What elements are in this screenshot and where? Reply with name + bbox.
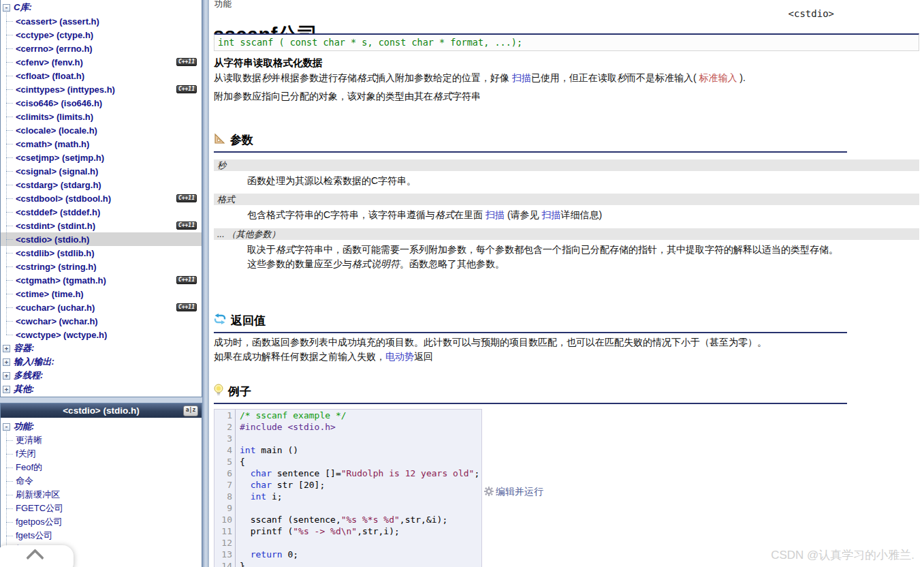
inline-link[interactable]: 电动势 — [385, 351, 414, 362]
code-example[interactable]: 1/* sscanf example */2#include <stdio.h>… — [214, 409, 482, 567]
tree-connector — [6, 307, 13, 308]
tree-connector — [6, 226, 13, 226]
function-item[interactable]: 更清晰 — [1, 433, 202, 447]
tree-group-collapsed[interactable]: +输入/输出: — [1, 355, 202, 369]
function-item[interactable]: f关闭 — [1, 447, 202, 461]
function-item[interactable]: Feof的 — [1, 461, 202, 474]
tree-group-label: 多线程: — [14, 369, 43, 382]
text-segment: return — [251, 549, 283, 560]
sidebar-header-item[interactable]: <cstdio> (stdio.h) — [1, 232, 202, 246]
tree-connector — [6, 198, 13, 199]
function-item[interactable]: fgets公司 — [1, 529, 202, 542]
sidebar-header-item[interactable]: <cfloat> (float.h) — [1, 69, 202, 82]
code-text: int main () — [236, 444, 298, 456]
tree-group-collapsed[interactable]: +多线程: — [1, 369, 202, 382]
sidebar-header-item[interactable]: <cstdarg> (stdarg.h) — [1, 178, 202, 191]
sidebar-header-item[interactable]: <cerrno> (errno.h) — [1, 42, 202, 55]
text-segment: 字符串中，函数可能需要一系列附加参数，每个参数都包含一个指向已分配存储的指针，其… — [295, 244, 838, 255]
tree-connector — [6, 117, 13, 117]
line-number: 6 — [214, 468, 236, 479]
tree-item-label: FGETC公司 — [16, 502, 63, 515]
sidebar-header-item[interactable]: <cstdbool> (stdbool.h)C++11 — [1, 191, 202, 205]
text-segment — [240, 549, 251, 560]
tree-root-functions[interactable]: -功能: — [1, 420, 202, 433]
text-segment: "%s %*s %d" — [341, 515, 400, 525]
text-segment: 格式 — [357, 72, 376, 83]
text-segment: 。函数忽略了其他参数。 — [400, 258, 505, 269]
watermark: CSDN @认真学习的小雅兰. — [771, 547, 914, 563]
sidebar-header-item[interactable]: <cfenv> (fenv.h)C++11 — [1, 55, 202, 69]
expand-box-icon[interactable]: + — [3, 358, 10, 366]
panel-divider[interactable] — [202, 0, 209, 567]
cpp11-badge: C++11 — [176, 276, 197, 284]
text-segment: int — [251, 491, 266, 502]
function-item[interactable]: 命令 — [1, 474, 202, 488]
sidebar-header-item[interactable]: <cctype> (ctype.h) — [1, 28, 202, 42]
sidebar-header-item[interactable]: <csignal> (signal.h) — [1, 164, 202, 178]
function-tagline: 从字符串读取格式化数据 — [214, 57, 323, 70]
sidebar-header-item[interactable]: <cstdint> (stdint.h)C++11 — [1, 219, 202, 232]
collapse-box-icon[interactable]: - — [3, 423, 10, 431]
tree-root-c-library[interactable]: -C库: — [1, 1, 202, 14]
tree-connector — [6, 130, 13, 131]
sidebar-header-item[interactable]: <cstring> (string.h) — [1, 260, 202, 273]
function-item[interactable]: FGETC公司 — [1, 502, 202, 515]
inline-link[interactable]: 扫描 — [485, 209, 505, 220]
tree-connector — [6, 89, 13, 90]
tree-connector — [6, 62, 13, 63]
text-segment — [240, 480, 251, 490]
param-definition-line: 这些参数的数量应至少与格式说明符。函数忽略了其他参数。 — [247, 257, 883, 271]
function-item[interactable]: fgetpos公司 — [1, 515, 202, 529]
text-segment: } — [240, 561, 245, 567]
sidebar-header-item[interactable]: <ciso646> (iso646.h) — [1, 96, 202, 110]
edit-and-run-link[interactable]: 编辑并运行 — [484, 486, 543, 498]
tree-item-label: <cstddef> (stddef.h) — [16, 207, 100, 217]
sidebar-header-item[interactable]: <ctgmath> (tgmath.h)C++11 — [1, 273, 202, 287]
cstdio-panel: <cstdio> (stdio.h) a|z -功能:更清晰f关闭Feof的命令… — [0, 403, 202, 567]
sidebar-header-item[interactable]: <csetjmp> (setjmp.h) — [1, 151, 202, 164]
param-definition: 取决于格式字符串中，函数可能需要一系列附加参数，每个参数都包含一个指向已分配存储… — [247, 243, 883, 271]
tree-connector — [6, 171, 13, 172]
cstdio-panel-header: <cstdio> (stdio.h) a|z — [1, 403, 202, 418]
cpp11-badge: C++11 — [176, 85, 197, 93]
tree-connector — [6, 185, 13, 185]
sidebar-header-item[interactable]: <cwctype> (wctype.h) — [1, 328, 202, 341]
tree-connector — [6, 266, 13, 267]
inline-link[interactable]: 扫描 — [512, 72, 531, 83]
sidebar-header-item[interactable]: <cmath> (math.h) — [1, 137, 202, 151]
sidebar-header-item[interactable]: <cstdlib> (stdlib.h) — [1, 246, 202, 260]
tree-group-collapsed[interactable]: +容器: — [1, 341, 202, 355]
inline-link[interactable]: 标准输入 — [699, 72, 737, 83]
sidebar-header-item[interactable]: <cuchar> (uchar.h)C++11 — [1, 301, 202, 314]
text-segment: 详细信息) — [560, 209, 602, 220]
tree-item-label: fgets公司 — [16, 530, 52, 542]
tree-item-label: <cstdio> (stdio.h) — [16, 234, 89, 245]
function-item[interactable]: 刷新缓冲区 — [1, 488, 202, 502]
tree-connector — [6, 35, 13, 35]
tree-item-label: <cuchar> (uchar.h) — [16, 303, 95, 313]
scroll-top-button[interactable] — [0, 545, 74, 567]
tree-group-collapsed[interactable]: +其他: — [1, 382, 202, 396]
expand-box-icon[interactable]: + — [3, 372, 10, 380]
sidebar-header-item[interactable]: <cwchar> (wchar.h) — [1, 314, 202, 328]
text-segment: 并根据参数进行存储 — [271, 72, 357, 83]
collapse-box-icon[interactable]: - — [3, 4, 10, 12]
breadcrumb[interactable]: 功能 — [214, 0, 232, 10]
text-segment: { — [240, 457, 245, 467]
text-segment: 秒 — [217, 160, 226, 170]
expand-box-icon[interactable]: + — [3, 345, 10, 352]
sidebar-header-item[interactable]: <cinttypes> (inttypes.h)C++11 — [1, 82, 202, 96]
header-reference-link[interactable]: <cstdio> — [788, 8, 834, 19]
sidebar-header-item[interactable]: <cstddef> (stddef.h) — [1, 205, 202, 219]
inline-link[interactable]: 扫描 — [541, 209, 560, 220]
code-text: } — [236, 560, 245, 567]
tree-connector — [6, 103, 13, 104]
line-number: 1 — [214, 410, 236, 421]
sidebar-header-item[interactable]: <climits> (limits.h) — [1, 110, 202, 123]
sidebar-header-item[interactable]: <cassert> (assert.h) — [1, 14, 202, 28]
text-segment: 格式 — [217, 194, 235, 204]
sidebar-header-item[interactable]: <ctime> (time.h) — [1, 287, 202, 301]
expand-box-icon[interactable]: + — [3, 386, 10, 393]
sidebar-header-item[interactable]: <clocale> (locale.h) — [1, 123, 202, 137]
sort-az-icon[interactable]: a|z — [183, 405, 198, 416]
